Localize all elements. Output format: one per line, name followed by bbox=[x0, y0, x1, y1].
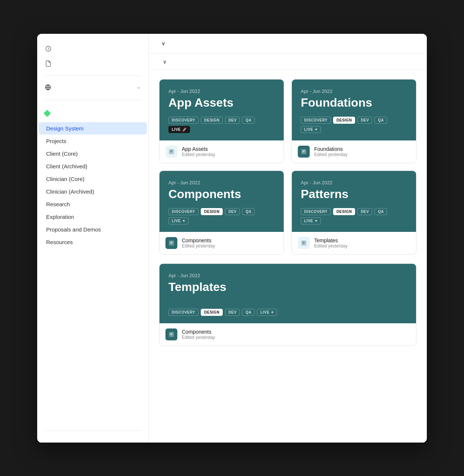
title-chevron-icon[interactable]: ∨ bbox=[161, 41, 165, 46]
tag-qa: QA bbox=[242, 208, 255, 215]
file-name: App Assets bbox=[182, 146, 215, 152]
app-window: → Design SystemProjectsClient (Core)Clie… bbox=[37, 34, 427, 443]
file-name: Components bbox=[182, 237, 215, 243]
card-date: Apr - Jun 2022 bbox=[168, 273, 407, 278]
card-patterns[interactable]: Apr - Jun 2022 Patterns DISCOVERYDESIGND… bbox=[291, 171, 416, 255]
card-title: Templates bbox=[168, 281, 407, 294]
card-tags: DISCOVERYDESIGNDEVQALIVE ✦ bbox=[168, 309, 407, 316]
file-info: Templates Edited yesterday bbox=[314, 237, 347, 249]
sidebar-item-design-system[interactable]: Design System bbox=[39, 122, 147, 135]
file-meta: Edited yesterday bbox=[314, 152, 347, 157]
sidebar-item-resources[interactable]: Resources bbox=[39, 236, 147, 248]
tag-dev: DEV bbox=[357, 208, 372, 215]
tag-discovery: DISCOVERY bbox=[168, 117, 199, 124]
card-header-foundations: Apr - Jun 2022 Foundations DISCOVERYDESI… bbox=[292, 80, 416, 140]
file-meta: Edited yesterday bbox=[314, 243, 347, 249]
clock-icon bbox=[45, 45, 52, 52]
main-content: ∨ ∨ Apr - Jun 2022 App Assets DISCOVERYD… bbox=[149, 34, 427, 443]
globe-icon bbox=[45, 84, 51, 92]
tag-dev: DEV bbox=[225, 309, 240, 316]
file-info: App Assets Edited yesterday bbox=[182, 146, 215, 157]
file-meta: Edited yesterday bbox=[182, 335, 215, 340]
sidebar-item-proposals-demos[interactable]: Proposals and Demos bbox=[39, 223, 147, 236]
team-diamond-icon bbox=[44, 110, 51, 117]
team-header bbox=[45, 108, 141, 119]
tag-qa: QA bbox=[374, 117, 387, 124]
tag-design: DESIGN bbox=[201, 208, 223, 215]
sidebar-item-clinician-archived[interactable]: Clinician (Archived) bbox=[39, 185, 147, 198]
file-info: Components Edited yesterday bbox=[182, 237, 215, 249]
sidebar-item-client-archived[interactable]: Client (Archived) bbox=[39, 160, 147, 172]
tag-design: DESIGN bbox=[201, 309, 223, 316]
sidebar-item-projects[interactable]: Projects bbox=[39, 135, 147, 147]
bottom-card-container: Apr - Jun 2022 Templates DISCOVERYDESIGN… bbox=[149, 263, 427, 355]
divider-2 bbox=[45, 100, 141, 100]
tag-design: DESIGN bbox=[201, 117, 223, 124]
card-date: Apr - Jun 2022 bbox=[168, 88, 275, 94]
card-tags: DISCOVERYDESIGNDEVQALIVE ✦ bbox=[301, 117, 407, 133]
card-tags: DISCOVERYDESIGNDEVQALIVE ✦ bbox=[168, 208, 275, 224]
tag-live-✦: LIVE ✦ bbox=[301, 126, 321, 133]
card-header-components: Apr - Jun 2022 Components DISCOVERYDESIG… bbox=[160, 171, 284, 232]
tag-dev: DEV bbox=[357, 117, 372, 124]
tag-discovery: DISCOVERY bbox=[301, 117, 331, 124]
tag-dev: DEV bbox=[225, 208, 240, 215]
file-name: Foundations bbox=[314, 146, 347, 152]
card-app-assets[interactable]: Apr - Jun 2022 App Assets DISCOVERYDESIG… bbox=[159, 79, 284, 163]
card-footer-components: Components Edited yesterday bbox=[160, 232, 284, 254]
tag-discovery: DISCOVERY bbox=[168, 208, 199, 215]
sidebar-item-drafts[interactable] bbox=[37, 56, 148, 71]
tag-live-🚀: LIVE 🚀 bbox=[168, 126, 190, 133]
card-foundations[interactable]: Apr - Jun 2022 Foundations DISCOVERYDESI… bbox=[291, 79, 416, 163]
card-footer-foundations: Foundations Edited yesterday bbox=[292, 140, 416, 163]
tag-qa: QA bbox=[374, 208, 387, 215]
file-icon bbox=[45, 60, 52, 67]
file-name: Components bbox=[182, 329, 215, 335]
main-header: ∨ bbox=[149, 34, 427, 54]
file-name: Templates bbox=[314, 237, 347, 243]
tag-discovery: DISCOVERY bbox=[168, 309, 199, 316]
tag-live-✦: LIVE ✦ bbox=[301, 217, 321, 224]
card-footer-patterns: Templates Edited yesterday bbox=[292, 232, 416, 254]
sidebar: → Design SystemProjectsClient (Core)Clie… bbox=[37, 34, 149, 443]
card-tags: DISCOVERYDESIGNDEVQALIVE 🚀 bbox=[168, 117, 275, 133]
card-footer-app-assets: App Assets Edited yesterday bbox=[160, 140, 284, 163]
card-header-patterns: Apr - Jun 2022 Patterns DISCOVERYDESIGND… bbox=[292, 171, 416, 232]
tag-live-✦: LIVE ✦ bbox=[257, 309, 277, 316]
file-meta: Edited yesterday bbox=[182, 152, 215, 157]
sidebar-item-recents[interactable] bbox=[37, 41, 148, 56]
tag-live-✦: LIVE ✦ bbox=[168, 217, 188, 224]
team-projects-list: Design SystemProjectsClient (Core)Client… bbox=[37, 122, 148, 249]
tag-qa: QA bbox=[242, 117, 255, 124]
file-info: Foundations Edited yesterday bbox=[314, 146, 347, 157]
arrow-right-icon: → bbox=[136, 85, 141, 91]
card-header-templates: Apr - Jun 2022 Templates DISCOVERYDESIGN… bbox=[160, 264, 416, 323]
divider-3 bbox=[45, 430, 141, 431]
tag-qa: QA bbox=[242, 309, 255, 316]
file-meta: Edited yesterday bbox=[182, 243, 215, 249]
card-title: Patterns bbox=[301, 188, 407, 201]
file-info: Components Edited yesterday bbox=[182, 329, 215, 340]
sidebar-item-clinician-core[interactable]: Clinician (Core) bbox=[39, 173, 147, 185]
sidebar-item-client-core[interactable]: Client (Core) bbox=[39, 148, 147, 160]
card-date: Apr - Jun 2022 bbox=[301, 88, 407, 94]
card-tags: DISCOVERYDESIGNDEVQALIVE ✦ bbox=[301, 208, 407, 224]
divider-1 bbox=[45, 75, 141, 76]
sidebar-item-research[interactable]: Research bbox=[39, 198, 147, 210]
sidebar-item-exploration[interactable]: Exploration bbox=[39, 211, 147, 223]
filter-dropdown[interactable]: ∨ bbox=[161, 59, 167, 65]
card-title: Components bbox=[168, 188, 275, 201]
card-templates[interactable]: Apr - Jun 2022 Templates DISCOVERYDESIGN… bbox=[159, 263, 416, 346]
card-title: Foundations bbox=[301, 96, 407, 109]
card-title: App Assets bbox=[168, 96, 275, 109]
cards-grid: Apr - Jun 2022 App Assets DISCOVERYDESIG… bbox=[149, 70, 427, 263]
filter-chevron-icon: ∨ bbox=[163, 59, 167, 65]
card-date: Apr - Jun 2022 bbox=[168, 180, 275, 185]
filter-bar: ∨ bbox=[149, 54, 427, 70]
card-footer-templates: Components Edited yesterday bbox=[160, 323, 416, 346]
card-date: Apr - Jun 2022 bbox=[301, 180, 407, 185]
card-components[interactable]: Apr - Jun 2022 Components DISCOVERYDESIG… bbox=[159, 171, 284, 255]
team-section bbox=[37, 105, 148, 122]
sidebar-explore-community[interactable]: → bbox=[37, 80, 148, 95]
tag-design: DESIGN bbox=[333, 208, 355, 215]
